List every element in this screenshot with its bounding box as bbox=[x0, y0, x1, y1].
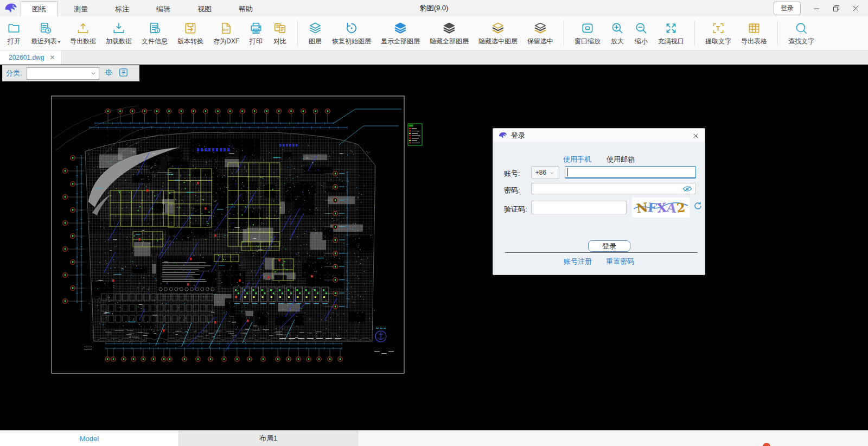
tool-export-table[interactable]: 导出表格 bbox=[736, 17, 772, 49]
tool-show-all-layers[interactable]: 显示全部图层 bbox=[376, 17, 425, 49]
tool-hide-selected-layers[interactable]: 隐藏选中图层 bbox=[474, 17, 522, 49]
tool-label: 导出表格 bbox=[741, 37, 767, 46]
menu-tab-drawings[interactable]: 图纸 bbox=[21, 1, 58, 16]
eye-off-icon[interactable] bbox=[682, 184, 693, 194]
tool-fit-viewport[interactable]: 充满视口 bbox=[653, 17, 689, 49]
tool-load-data[interactable]: 加载数据 bbox=[101, 17, 137, 49]
toolbar-separator bbox=[777, 21, 778, 46]
sheet-tab-layout1[interactable]: 布局1 bbox=[179, 431, 358, 446]
menu-tab-edit[interactable]: 编辑 bbox=[145, 2, 181, 16]
tool-hide-all-layers[interactable]: 隐藏全部图层 bbox=[425, 17, 474, 49]
tool-layers[interactable]: 图层 bbox=[303, 17, 327, 49]
account-input[interactable] bbox=[565, 166, 696, 179]
close-icon[interactable] bbox=[847, 2, 864, 15]
account-label: 账号: bbox=[504, 169, 520, 179]
doc-dxf-icon: DXF bbox=[219, 21, 233, 36]
login-button[interactable]: 登录 bbox=[774, 2, 801, 15]
classify-settings-icon[interactable] bbox=[104, 67, 114, 80]
red-arc-logo bbox=[763, 443, 770, 446]
menu-tab-view[interactable]: 视图 bbox=[187, 2, 222, 16]
tab-use-phone[interactable]: 使用手机 bbox=[563, 155, 591, 164]
doc-clock-icon bbox=[39, 21, 53, 36]
classify-list-icon[interactable] bbox=[118, 67, 129, 80]
drawing-canvas[interactable]: 分类: bbox=[0, 65, 868, 430]
doc-tab-doc-202601[interactable]: 202601.dwg✕ bbox=[0, 50, 62, 65]
printer-icon bbox=[249, 21, 263, 36]
tool-find-text[interactable]: 查找文字 bbox=[783, 17, 819, 49]
tool-zoom-out[interactable]: 缩小 bbox=[629, 17, 653, 49]
tool-label: 充满视口 bbox=[658, 37, 684, 46]
classify-select[interactable] bbox=[27, 67, 99, 80]
tool-version-convert[interactable]: 版本转换 bbox=[173, 17, 208, 49]
layers-mix-b-icon bbox=[533, 21, 547, 36]
restore-icon bbox=[344, 21, 359, 36]
menu-tab-help[interactable]: 帮助 bbox=[228, 2, 264, 16]
cad-drawing[interactable] bbox=[0, 65, 868, 430]
minimize-icon[interactable] bbox=[808, 2, 825, 15]
text-cursor bbox=[567, 168, 568, 176]
reset-password-link[interactable]: 重置密码 bbox=[606, 257, 634, 266]
upload-icon bbox=[76, 21, 90, 36]
tool-label: 恢复初始图层 bbox=[332, 37, 371, 46]
tool-label: 提取文字 bbox=[705, 37, 731, 46]
extract-t-icon: T bbox=[711, 21, 725, 36]
dialog-close-icon[interactable] bbox=[691, 131, 700, 141]
tool-label: 窗口缩放 bbox=[575, 37, 601, 46]
tool-label: 打印 bbox=[250, 37, 263, 46]
tool-label: 最近列表▾ bbox=[31, 37, 60, 46]
app-logo-icon bbox=[499, 131, 507, 140]
tool-file-info[interactable]: 文件信息 bbox=[137, 17, 173, 49]
divider bbox=[505, 252, 698, 253]
svg-text:T: T bbox=[716, 24, 720, 32]
toolbar-separator bbox=[694, 21, 695, 46]
classify-bar: 分类: bbox=[2, 65, 139, 81]
menu-tab-measure[interactable]: 测量 bbox=[63, 2, 99, 16]
captcha-input[interactable] bbox=[531, 201, 627, 214]
refresh-captcha-icon[interactable] bbox=[693, 201, 703, 211]
tool-compare[interactable]: 对比 bbox=[268, 17, 292, 49]
table-icon bbox=[747, 21, 761, 36]
svg-text:DXF: DXF bbox=[223, 28, 229, 31]
doc-tab-close-icon[interactable]: ✕ bbox=[49, 54, 55, 61]
download-icon bbox=[112, 21, 126, 36]
sheet-tab-bar: Model布局1 bbox=[0, 430, 868, 446]
toolbar-separator bbox=[297, 21, 298, 46]
tab-use-email[interactable]: 使用邮箱 bbox=[607, 155, 635, 164]
register-link[interactable]: 账号注册 bbox=[564, 257, 592, 266]
document-tab-strip: 202601.dwg✕ bbox=[0, 50, 868, 65]
login-dialog-title: 登录 bbox=[511, 131, 525, 141]
app-logo-icon bbox=[4, 2, 17, 15]
tool-label: 查找文字 bbox=[788, 37, 814, 46]
tool-open[interactable]: 打开 bbox=[2, 17, 26, 49]
country-code-value: +86 bbox=[535, 169, 546, 176]
tool-label: 隐藏选中图层 bbox=[478, 37, 518, 46]
toolbar-separator bbox=[564, 21, 564, 46]
password-input[interactable] bbox=[531, 183, 696, 194]
tool-keep-selected[interactable]: 保留选中 bbox=[522, 17, 558, 49]
tool-label: 图层 bbox=[309, 37, 322, 46]
dropdown-caret-icon: ▾ bbox=[58, 40, 60, 44]
compare-icon bbox=[273, 21, 287, 36]
tool-restore-initial-layers[interactable]: 恢复初始图层 bbox=[327, 17, 376, 49]
sheet-tab-model[interactable]: Model bbox=[0, 431, 179, 446]
restore-icon[interactable] bbox=[828, 2, 844, 15]
login-submit-button[interactable]: 登录 bbox=[588, 240, 630, 252]
titlebar: 图纸测量标注编辑视图帮助 豹图(9.0) 登录 bbox=[0, 0, 868, 16]
doc-info-icon bbox=[148, 21, 162, 36]
captcha-char: 2 bbox=[675, 200, 686, 215]
tool-recent-list[interactable]: 最近列表▾ bbox=[26, 17, 65, 49]
tool-print[interactable]: 打印 bbox=[244, 17, 268, 49]
fit-view-icon bbox=[664, 21, 678, 36]
tool-save-as-dxf[interactable]: DXF存为DXF bbox=[208, 17, 244, 49]
doc-tab-label: 202601.dwg bbox=[9, 54, 44, 61]
login-dialog-titlebar: 登录 bbox=[493, 129, 705, 142]
tool-extract-text[interactable]: T提取文字 bbox=[700, 17, 736, 49]
tool-window-zoom[interactable]: 窗口缩放 bbox=[570, 17, 605, 49]
menu-tab-annotate[interactable]: 标注 bbox=[104, 2, 140, 16]
find-icon bbox=[794, 21, 808, 36]
tool-zoom-in[interactable]: 放大 bbox=[605, 17, 629, 49]
tool-label: 放大 bbox=[611, 37, 624, 46]
tool-export-data[interactable]: 导出数据 bbox=[65, 17, 101, 49]
layers-outline-icon bbox=[308, 21, 322, 36]
country-code-select[interactable]: +86 bbox=[531, 166, 559, 179]
